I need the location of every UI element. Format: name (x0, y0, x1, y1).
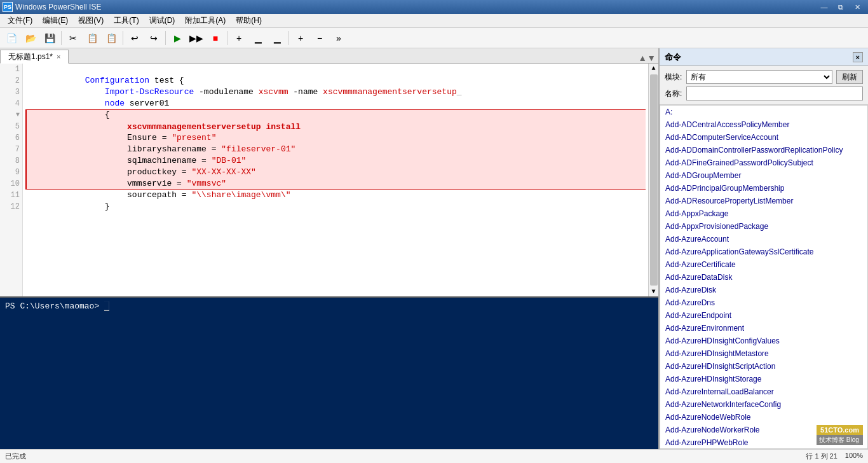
line-numbers: 1 2 3 4 ▼ 5 6 7 8 9 10 11 12 (0, 64, 23, 296)
run-selection-button[interactable]: ▶▶ (187, 30, 205, 46)
command-item[interactable]: Add-AzureCertificate (660, 258, 867, 271)
command-item[interactable]: Add-ADComputerServiceAccount (660, 131, 867, 144)
name-label: 名称: (665, 88, 682, 99)
editor-scrollbar[interactable]: ▲ ▼ (648, 64, 658, 296)
menu-help[interactable]: 帮助(H) (231, 14, 267, 27)
copy-button[interactable]: 📋 (83, 30, 101, 46)
redo-button[interactable]: ↪ (145, 30, 163, 46)
line-num-6: 6 (3, 132, 20, 144)
zoom-out-button[interactable]: − (311, 30, 329, 46)
command-item[interactable]: Add-AppxProvisionedPackage (660, 220, 867, 233)
main-area: 无标题1.ps1* × ▲ ▼ 1 2 3 4 ▼ 5 6 7 8 (0, 48, 868, 449)
minimize-button[interactable]: — (816, 0, 832, 14)
command-item[interactable]: Add-AzureNetworkInterfaceConfig (660, 398, 867, 411)
script-pane-button[interactable]: ▁ (268, 30, 286, 46)
titlebar: PS Windows PowerShell ISE — ⧉ ✕ (0, 0, 868, 14)
menu-edit[interactable]: 编辑(E) (37, 14, 73, 27)
sep3 (165, 31, 166, 45)
kw-configuration: Configuration (85, 76, 149, 85)
tab-close-button[interactable]: × (57, 53, 60, 60)
stop-button[interactable]: ■ (207, 30, 224, 46)
code-line-5: xscvmmmanagementserversetup install (25, 109, 646, 121)
command-item[interactable]: Add-ADResourcePropertyListMember (660, 195, 867, 207)
module-filter-row: 模块: 所有 ActiveDirectory Azure 刷新 (665, 70, 863, 84)
command-item[interactable]: Add-ADGroupMember (660, 169, 867, 182)
module-label: 模块: (665, 72, 682, 83)
menubar: 文件(F) 编辑(E) 视图(V) 工具(T) 调试(D) 附加工具(A) 帮助… (0, 14, 868, 28)
titlebar-controls: — ⧉ ✕ (816, 0, 865, 14)
command-item[interactable]: Add-AzureHDInsightScriptAction (660, 360, 867, 373)
tab-scroll-down[interactable]: ▼ (647, 53, 656, 63)
maximize-button[interactable]: ⧉ (832, 0, 849, 14)
menu-tools[interactable]: 工具(T) (109, 14, 144, 27)
app-icon: PS (3, 2, 13, 12)
console-pane-button[interactable]: ▁ (249, 30, 267, 46)
refresh-button[interactable]: 刷新 (836, 70, 863, 84)
line-num-10: 10 (3, 178, 20, 190)
run-button[interactable]: ▶ (168, 30, 186, 46)
statusbar-right: 行 1 列 21 100% (806, 452, 863, 461)
line-num-9: 9 (3, 167, 20, 178)
menu-file[interactable]: 文件(F) (3, 14, 37, 27)
close-button[interactable]: ✕ (849, 0, 865, 14)
command-item[interactable]: Add-ADFineGrainedPasswordPolicySubject (660, 156, 867, 169)
command-item[interactable]: Add-ADDomainControllerPasswordReplicatio… (660, 144, 867, 156)
new-button[interactable]: 📄 (3, 30, 20, 46)
line-num-4: 4 (3, 98, 20, 109)
cmd-panel-close-button[interactable]: × (853, 52, 863, 62)
undo-button[interactable]: ↩ (126, 30, 144, 46)
zoom-level: 100% (845, 452, 863, 461)
command-item[interactable]: Add-AzureAccount (660, 233, 867, 245)
paste-button[interactable]: 📋 (102, 30, 120, 46)
left-panel: 无标题1.ps1* × ▲ ▼ 1 2 3 4 ▼ 5 6 7 8 (0, 48, 658, 449)
editor-inner: 1 2 3 4 ▼ 5 6 7 8 9 10 11 12 Configurat (0, 64, 658, 296)
editor[interactable]: 1 2 3 4 ▼ 5 6 7 8 9 10 11 12 Configurat (0, 64, 658, 296)
zoom-in-button[interactable]: + (292, 30, 309, 46)
tab-nav-area: ▲ ▼ (638, 53, 658, 63)
code-line-1: Configuration test { (25, 64, 646, 75)
command-item[interactable]: Add-AzureDataDisk (660, 271, 867, 284)
statusbar: 已完成 行 1 列 21 100% (0, 449, 868, 463)
open-button[interactable]: 📂 (22, 30, 39, 46)
sep4 (227, 31, 227, 45)
command-item[interactable]: Add-ADCentralAccessPolicyMember (660, 118, 867, 131)
save-button[interactable]: 💾 (41, 30, 58, 46)
command-item[interactable]: Add-AzureDisk (660, 284, 867, 296)
more-button[interactable]: » (330, 30, 348, 46)
menu-addtools[interactable]: 附加工具(A) (180, 14, 231, 27)
command-item[interactable]: Add-AzureHDInsightStorage (660, 373, 867, 385)
command-item[interactable]: Add-AzureInternalLoadBalancer (660, 385, 867, 398)
cmd-panel-title: 命令 (665, 52, 681, 63)
status-text: 已完成 (5, 452, 26, 461)
name-input[interactable] (686, 86, 863, 100)
command-item[interactable]: Add-AzureDns (660, 296, 867, 309)
command-list[interactable]: A:Add-ADCentralAccessPolicyMemberAdd-ADC… (660, 105, 868, 449)
command-item[interactable]: Add-AzureNodeWebRole (660, 411, 867, 424)
scroll-up-arrow[interactable]: ▲ (650, 64, 656, 73)
command-item[interactable]: A: (660, 106, 867, 118)
code-area[interactable]: Configuration test { Import-DscResource … (23, 64, 648, 296)
command-item[interactable]: Add-AppxPackage (660, 207, 867, 220)
command-item[interactable]: Add-AzureEndpoint (660, 309, 867, 322)
command-panel: 命令 × 模块: 所有 ActiveDirectory Azure 刷新 名称: (658, 48, 868, 449)
module-select[interactable]: 所有 ActiveDirectory Azure (686, 70, 832, 84)
command-item[interactable]: Add-AzureApplicationGatewaySslCertificat… (660, 245, 867, 258)
command-item[interactable]: Add-ADPrincipalGroupMembership (660, 182, 867, 195)
command-item[interactable]: Add-AzureHDInsightConfigValues (660, 335, 867, 347)
line-num-4b: ▼ (3, 109, 20, 121)
line-num-12: 12 (3, 201, 20, 212)
console-cursor: █ (104, 301, 109, 311)
console[interactable]: PS C:\Users\maomao> █ (0, 296, 658, 449)
menu-debug[interactable]: 调试(D) (144, 14, 180, 27)
tab-untitled1[interactable]: 无标题1.ps1* × (0, 50, 69, 64)
scroll-down-arrow[interactable]: ▼ (650, 287, 656, 296)
cut-button[interactable]: ✂ (64, 30, 82, 46)
scroll-thumb[interactable] (650, 74, 658, 286)
command-item[interactable]: Add-AzureHDInsightMetastore (660, 347, 867, 360)
tab-scroll-up[interactable]: ▲ (638, 53, 647, 63)
line-num-7: 7 (3, 144, 20, 155)
new-tab-button[interactable]: + (230, 30, 248, 46)
command-item[interactable]: Add-AzureEnvironment (660, 322, 867, 335)
menu-view[interactable]: 视图(V) (73, 14, 109, 27)
line-num-3: 3 (3, 86, 20, 98)
